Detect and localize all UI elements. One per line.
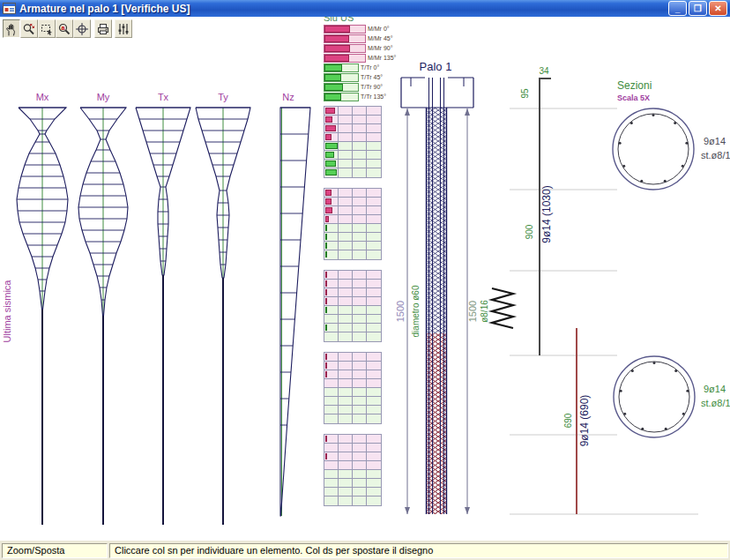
diagram-label: Nz [282, 92, 294, 102]
status-mode: Zoom/Sposta [2, 543, 108, 558]
window-title: Armature nel palo 1 [Verifiche US] [19, 3, 190, 15]
legend-item-label: T/Tr 45° [361, 74, 383, 80]
section-top-bars-label: 9ø14 [704, 136, 726, 146]
zoom-all-button[interactable]: a [56, 19, 73, 38]
legend-item: T/Tr 135° [324, 93, 396, 101]
center-view-icon [75, 22, 89, 36]
legend-item: T/Tr 90° [324, 83, 396, 91]
diagram-rungs [280, 108, 310, 425]
app-window: { "window": { "title": "Armature nel pal… [0, 0, 730, 560]
pile-length-left: 1500 [395, 301, 406, 322]
legend-item-label: T/Tr 0° [361, 64, 379, 71]
diagram-tx[interactable]: Tx [136, 92, 190, 525]
schedule-bar1-seg-dim: 900 [525, 224, 534, 239]
diagram-nz[interactable]: Nz [280, 92, 310, 516]
diagram-label: Mx [36, 92, 49, 102]
pile-title: Palo 1 [420, 60, 452, 73]
zoom-window-icon [40, 22, 54, 36]
svg-text:a: a [62, 25, 65, 31]
ratio-block [324, 270, 382, 342]
legend-item: M/Mr 45° [324, 34, 396, 42]
schedule-bar1-label: 9ø14 (1030) [540, 185, 553, 243]
pile-diameter-label: diametro ø60 [411, 285, 421, 337]
legend-item-label: M/Mr 90° [368, 45, 392, 51]
status-hint: Cliccare col sn per individuare un eleme… [109, 543, 728, 558]
minimize-button[interactable]: _ [668, 1, 687, 16]
ratio-block [324, 352, 382, 424]
soil-spring-icon [492, 288, 513, 328]
load-case-label: Ultima sismica [2, 280, 12, 343]
printer-icon [96, 22, 110, 36]
legend-item: M/Mr 0° [324, 25, 396, 33]
diagram-label: Ty [218, 92, 228, 102]
zoom-pointer-icon [22, 22, 36, 36]
envelope-diagrams[interactable]: MxMyTxTyNz [17, 92, 310, 525]
ratio-block [324, 106, 382, 178]
pile-stirrup-label: ø8/16 [480, 300, 489, 323]
ratio-block [324, 188, 382, 260]
bar-schedule[interactable]: 34 95 900 9ø14 (1030) 690 9ø14 (690) [510, 66, 698, 514]
schedule-gridlines [510, 108, 698, 514]
schedule-top-offset-dim: 95 [520, 88, 530, 99]
schedule-hook-dim: 34 [539, 66, 549, 76]
section-bottom[interactable] [614, 356, 695, 437]
pile-cap [401, 78, 473, 108]
center-view-button[interactable] [73, 19, 91, 38]
diagram-envelope [280, 108, 310, 516]
sliders-icon [116, 22, 130, 36]
legend: Slu US M/Mr 0°M/Mr 45°M/Mr 90°M/Mr 135°T… [324, 12, 396, 102]
legend-item: T/Tr 0° [324, 63, 396, 71]
sections-title: Sezioni [617, 79, 652, 92]
section-bottom-stirrups-label: st.ø8/1 [701, 398, 730, 408]
ratio-block [324, 434, 382, 506]
diagram-my[interactable]: My [78, 92, 128, 525]
zoom-pointer-button[interactable] [20, 19, 38, 38]
legend-item: M/Mr 135° [324, 54, 396, 62]
pile-elevation[interactable]: Palo 1 1500 diametro ø60 1500 ø8/16 [395, 60, 513, 514]
legend-item: T/Tr 45° [324, 73, 396, 81]
pan-hand-button[interactable] [3, 19, 20, 38]
section-bottom-bars-label: 9ø14 [704, 384, 726, 394]
diagram-ty[interactable]: Ty [196, 92, 250, 525]
sections[interactable]: Sezioni Scala 5X 9ø14 st.ø8/1 9ø14 st.ø8… [613, 79, 730, 437]
zoom-window-button[interactable] [38, 19, 56, 38]
section-top[interactable] [613, 108, 694, 190]
legend-item-label: T/Tr 90° [361, 84, 383, 90]
diagram-label: My [97, 92, 110, 102]
legend-item-label: M/Mr 0° [368, 26, 390, 32]
diagram-mx[interactable]: Mx [17, 92, 68, 525]
section-top-stirrups-label: st.ø8/1 [701, 150, 730, 161]
maximize-button[interactable]: ❒ [689, 1, 707, 16]
title-bar: Armature nel palo 1 [Verifiche US] _ ❒ ✕ [0, 0, 730, 17]
schedule-bar2-label: 9ø14 (690) [578, 395, 591, 447]
status-bar: Zoom/Sposta Cliccare col sn per individu… [0, 540, 730, 560]
print-button[interactable] [94, 19, 112, 38]
app-icon [3, 3, 16, 14]
zoom-all-icon: a [57, 22, 71, 36]
hand-icon [4, 22, 19, 36]
close-button[interactable]: ✕ [709, 1, 727, 16]
legend-item: M/Mr 90° [324, 44, 396, 52]
pile-length-right: 1500 [467, 301, 478, 322]
legend-item-label: T/Tr 135° [361, 93, 386, 100]
legend-item-label: M/Mr 135° [368, 55, 396, 61]
ratio-blocks [324, 106, 382, 516]
schedule-bar2-seg-dim: 690 [563, 413, 573, 428]
display-options-button[interactable] [115, 19, 132, 38]
diagram-label: Tx [158, 92, 169, 102]
sections-scale: Scala 5X [617, 93, 650, 102]
legend-item-label: M/Mr 45° [368, 35, 392, 41]
